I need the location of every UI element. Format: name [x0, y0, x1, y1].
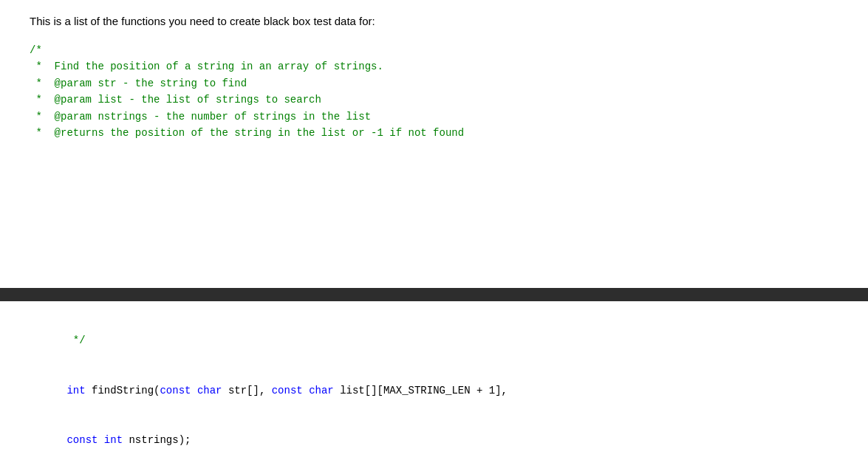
- bottom-code-line-1: */: [30, 316, 838, 365]
- code-line-4: * @param list - the list of strings to s…: [30, 92, 838, 108]
- code-line-2: * Find the position of a string in an ar…: [30, 58, 838, 75]
- param-list: list[][MAX_STRING_LEN + 1],: [334, 385, 508, 396]
- divider: [0, 288, 868, 301]
- code-line-5: * @param nstrings - the number of string…: [30, 109, 838, 125]
- func-name: findString(: [86, 385, 160, 396]
- keyword-int-2: int: [104, 434, 123, 446]
- closing-comment: */: [66, 334, 85, 346]
- code-line-1: /*: [30, 42, 838, 58]
- space-2: [303, 385, 309, 396]
- keyword-int: int: [66, 385, 85, 396]
- keyword-const-1: const: [160, 385, 191, 396]
- bottom-section: */ int findString(const char str[], cons…: [0, 301, 868, 474]
- code-line-3: * @param str - the string to find: [30, 75, 838, 92]
- bottom-code-line-3: const int nstrings);: [30, 415, 838, 464]
- top-section: This is a list of the functions you need…: [0, 0, 868, 288]
- top-code-block: /* * Find the position of a string in an…: [30, 42, 838, 141]
- space-3: [98, 434, 103, 446]
- space-1: [191, 385, 197, 396]
- keyword-const-2: const: [272, 385, 303, 396]
- bottom-code-line-2: int findString(const char str[], const c…: [30, 365, 838, 415]
- code-line-6: * @returns the position of the string in…: [30, 125, 838, 141]
- keyword-const-3: const: [66, 434, 98, 446]
- bottom-code-block: */ int findString(const char str[], cons…: [30, 316, 838, 465]
- param-str: str[],: [222, 385, 272, 396]
- keyword-char-1: char: [197, 385, 222, 396]
- intro-text: This is a list of the functions you need…: [30, 15, 838, 27]
- keyword-char-2: char: [309, 385, 334, 396]
- param-nstrings: nstrings);: [123, 434, 191, 446]
